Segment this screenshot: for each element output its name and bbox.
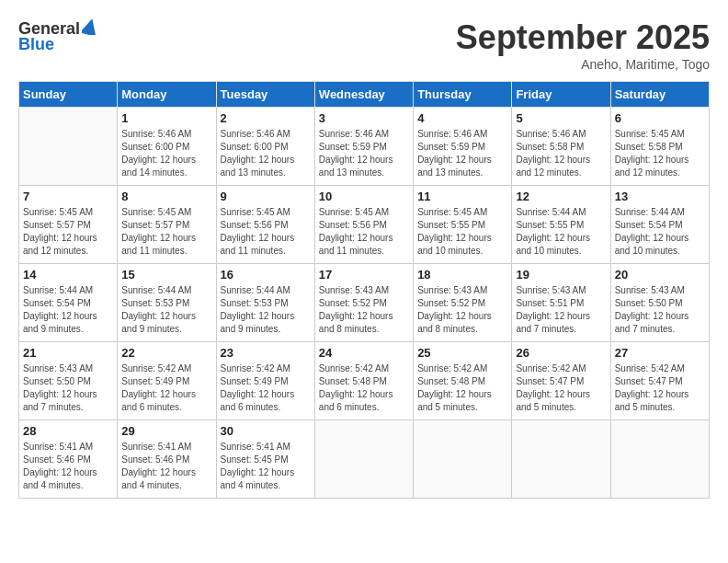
weekday-header-monday: Monday xyxy=(118,82,216,108)
weekday-header-tuesday: Tuesday xyxy=(216,82,314,108)
calendar-cell: 5Sunrise: 5:46 AM Sunset: 5:58 PM Daylig… xyxy=(512,108,610,186)
day-info: Sunrise: 5:44 AM Sunset: 5:55 PM Dayligh… xyxy=(516,206,606,258)
day-number: 12 xyxy=(516,190,606,203)
calendar-week-4: 21Sunrise: 5:43 AM Sunset: 5:50 PM Dayli… xyxy=(19,342,710,420)
day-number: 4 xyxy=(417,111,507,125)
svg-marker-0 xyxy=(82,18,98,35)
day-number: 7 xyxy=(23,190,113,203)
calendar-cell: 28Sunrise: 5:41 AM Sunset: 5:46 PM Dayli… xyxy=(19,420,118,499)
day-number: 24 xyxy=(319,346,409,360)
day-info: Sunrise: 5:43 AM Sunset: 5:50 PM Dayligh… xyxy=(615,284,705,336)
logo-blue-text: Blue xyxy=(18,35,54,54)
day-number: 17 xyxy=(319,268,409,282)
day-number: 10 xyxy=(319,190,409,203)
calendar-cell xyxy=(314,420,413,499)
calendar-week-3: 14Sunrise: 5:44 AM Sunset: 5:54 PM Dayli… xyxy=(19,264,710,342)
calendar-cell: 29Sunrise: 5:41 AM Sunset: 5:46 PM Dayli… xyxy=(118,420,216,499)
calendar-cell xyxy=(414,420,512,499)
day-number: 25 xyxy=(417,346,507,360)
day-info: Sunrise: 5:46 AM Sunset: 5:59 PM Dayligh… xyxy=(319,128,409,179)
day-info: Sunrise: 5:44 AM Sunset: 5:54 PM Dayligh… xyxy=(615,206,705,258)
day-info: Sunrise: 5:41 AM Sunset: 5:46 PM Dayligh… xyxy=(23,441,113,492)
location-subtitle: Aneho, Maritime, Togo xyxy=(456,57,710,72)
calendar-cell: 9Sunrise: 5:45 AM Sunset: 5:56 PM Daylig… xyxy=(216,186,314,264)
day-number: 26 xyxy=(516,346,606,360)
calendar-cell: 24Sunrise: 5:42 AM Sunset: 5:48 PM Dayli… xyxy=(314,342,413,420)
logo: General Blue xyxy=(18,18,98,54)
day-info: Sunrise: 5:42 AM Sunset: 5:49 PM Dayligh… xyxy=(221,362,311,414)
calendar-cell: 19Sunrise: 5:43 AM Sunset: 5:51 PM Dayli… xyxy=(512,264,610,342)
calendar-cell: 10Sunrise: 5:45 AM Sunset: 5:56 PM Dayli… xyxy=(314,186,413,264)
day-number: 1 xyxy=(121,111,211,125)
day-info: Sunrise: 5:44 AM Sunset: 5:53 PM Dayligh… xyxy=(121,284,211,336)
day-number: 6 xyxy=(615,111,705,125)
day-number: 23 xyxy=(221,346,311,360)
weekday-header-saturday: Saturday xyxy=(610,82,709,108)
day-info: Sunrise: 5:45 AM Sunset: 5:58 PM Dayligh… xyxy=(615,128,705,179)
day-info: Sunrise: 5:41 AM Sunset: 5:46 PM Dayligh… xyxy=(121,441,211,492)
calendar-cell: 20Sunrise: 5:43 AM Sunset: 5:50 PM Dayli… xyxy=(610,264,709,342)
day-number: 20 xyxy=(615,268,705,282)
weekday-header-wednesday: Wednesday xyxy=(314,82,413,108)
day-number: 30 xyxy=(221,424,311,438)
day-info: Sunrise: 5:43 AM Sunset: 5:51 PM Dayligh… xyxy=(516,284,606,336)
calendar-week-1: 1Sunrise: 5:46 AM Sunset: 6:00 PM Daylig… xyxy=(19,108,710,186)
weekday-header-thursday: Thursday xyxy=(414,82,512,108)
calendar-cell: 6Sunrise: 5:45 AM Sunset: 5:58 PM Daylig… xyxy=(610,108,709,186)
calendar-cell: 26Sunrise: 5:42 AM Sunset: 5:47 PM Dayli… xyxy=(512,342,610,420)
day-number: 28 xyxy=(23,424,113,438)
calendar-table: SundayMondayTuesdayWednesdayThursdayFrid… xyxy=(18,81,710,499)
day-info: Sunrise: 5:43 AM Sunset: 5:52 PM Dayligh… xyxy=(417,284,507,336)
title-section: September 2025 Aneho, Maritime, Togo xyxy=(456,18,710,72)
day-info: Sunrise: 5:44 AM Sunset: 5:53 PM Dayligh… xyxy=(221,284,311,336)
day-number: 19 xyxy=(516,268,606,282)
calendar-cell: 2Sunrise: 5:46 AM Sunset: 6:00 PM Daylig… xyxy=(216,108,314,186)
day-info: Sunrise: 5:45 AM Sunset: 5:57 PM Dayligh… xyxy=(121,206,211,258)
day-number: 29 xyxy=(121,424,211,438)
calendar-cell xyxy=(512,420,610,499)
calendar-cell: 22Sunrise: 5:42 AM Sunset: 5:49 PM Dayli… xyxy=(118,342,216,420)
calendar-cell: 27Sunrise: 5:42 AM Sunset: 5:47 PM Dayli… xyxy=(610,342,709,420)
day-info: Sunrise: 5:46 AM Sunset: 6:00 PM Dayligh… xyxy=(221,128,311,179)
day-number: 14 xyxy=(23,268,113,282)
weekday-header-sunday: Sunday xyxy=(19,82,118,108)
day-info: Sunrise: 5:45 AM Sunset: 5:56 PM Dayligh… xyxy=(319,206,409,258)
month-title: September 2025 xyxy=(456,18,710,57)
calendar-cell: 21Sunrise: 5:43 AM Sunset: 5:50 PM Dayli… xyxy=(19,342,118,420)
day-number: 15 xyxy=(121,268,211,282)
calendar-cell xyxy=(19,108,118,186)
day-info: Sunrise: 5:45 AM Sunset: 5:56 PM Dayligh… xyxy=(221,206,311,258)
day-number: 2 xyxy=(221,111,311,125)
weekday-header-row: SundayMondayTuesdayWednesdayThursdayFrid… xyxy=(19,82,710,108)
calendar-cell: 8Sunrise: 5:45 AM Sunset: 5:57 PM Daylig… xyxy=(118,186,216,264)
calendar-cell: 15Sunrise: 5:44 AM Sunset: 5:53 PM Dayli… xyxy=(118,264,216,342)
calendar-cell: 1Sunrise: 5:46 AM Sunset: 6:00 PM Daylig… xyxy=(118,108,216,186)
day-number: 27 xyxy=(615,346,705,360)
day-info: Sunrise: 5:42 AM Sunset: 5:49 PM Dayligh… xyxy=(121,362,211,414)
calendar-cell: 16Sunrise: 5:44 AM Sunset: 5:53 PM Dayli… xyxy=(216,264,314,342)
weekday-header-friday: Friday xyxy=(512,82,610,108)
calendar-cell: 7Sunrise: 5:45 AM Sunset: 5:57 PM Daylig… xyxy=(19,186,118,264)
calendar-cell: 4Sunrise: 5:46 AM Sunset: 5:59 PM Daylig… xyxy=(414,108,512,186)
day-info: Sunrise: 5:45 AM Sunset: 5:57 PM Dayligh… xyxy=(23,206,113,258)
calendar-cell: 23Sunrise: 5:42 AM Sunset: 5:49 PM Dayli… xyxy=(216,342,314,420)
calendar-cell: 12Sunrise: 5:44 AM Sunset: 5:55 PM Dayli… xyxy=(512,186,610,264)
day-number: 3 xyxy=(319,111,409,125)
day-number: 11 xyxy=(417,190,507,203)
day-number: 21 xyxy=(23,346,113,360)
day-info: Sunrise: 5:43 AM Sunset: 5:50 PM Dayligh… xyxy=(23,362,113,414)
day-info: Sunrise: 5:44 AM Sunset: 5:54 PM Dayligh… xyxy=(23,284,113,336)
day-info: Sunrise: 5:42 AM Sunset: 5:47 PM Dayligh… xyxy=(516,362,606,414)
day-number: 9 xyxy=(221,190,311,203)
calendar-cell: 3Sunrise: 5:46 AM Sunset: 5:59 PM Daylig… xyxy=(314,108,413,186)
day-number: 5 xyxy=(516,111,606,125)
calendar-week-2: 7Sunrise: 5:45 AM Sunset: 5:57 PM Daylig… xyxy=(19,186,710,264)
day-number: 8 xyxy=(121,190,211,203)
day-info: Sunrise: 5:42 AM Sunset: 5:47 PM Dayligh… xyxy=(615,362,705,414)
calendar-cell: 11Sunrise: 5:45 AM Sunset: 5:55 PM Dayli… xyxy=(414,186,512,264)
day-info: Sunrise: 5:42 AM Sunset: 5:48 PM Dayligh… xyxy=(417,362,507,414)
day-number: 13 xyxy=(615,190,705,203)
day-number: 22 xyxy=(121,346,211,360)
day-info: Sunrise: 5:46 AM Sunset: 5:58 PM Dayligh… xyxy=(516,128,606,179)
calendar-cell xyxy=(610,420,709,499)
